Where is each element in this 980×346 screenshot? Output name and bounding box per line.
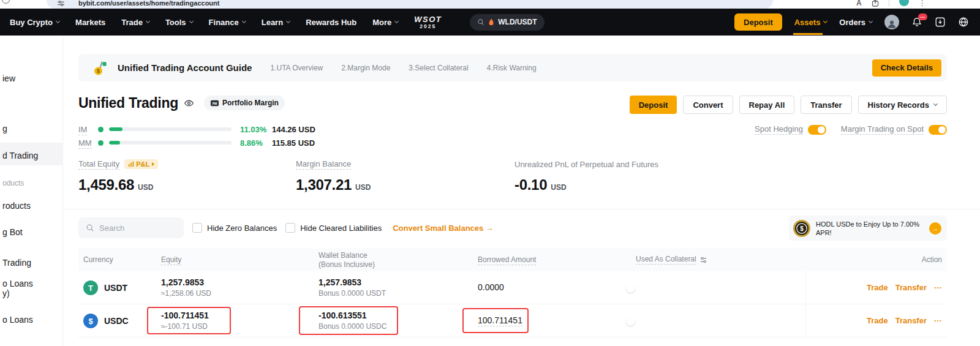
currency-symbol: USDC [104, 316, 129, 326]
nav-item-label: Markets [75, 18, 105, 27]
col-equity[interactable]: Equity [161, 248, 181, 271]
nav-item-learn[interactable]: Learn [262, 18, 290, 27]
deposit-button[interactable]: Deposit [630, 96, 677, 114]
browser-menu-icon[interactable]: ⋮ [919, 0, 927, 7]
hide-zero-checkbox[interactable] [192, 223, 202, 233]
browser-url[interactable]: bybit.com/user/assets/home/tradingaccoun… [78, 0, 219, 7]
hide-cleared-checkbox[interactable] [285, 223, 295, 233]
account-stats: Total Equity P&L 1,459.68 USD Margin Bal… [78, 158, 947, 196]
sidebar-item-funding[interactable]: g [2, 124, 7, 134]
transfer-link[interactable]: Transfer [895, 316, 927, 325]
sidebar-item-crypto-loans-legacy[interactable]: o Loans [2, 279, 33, 288]
nav-item-more[interactable]: More [372, 18, 398, 27]
col-used-as-collateral[interactable]: Used As Collateral [636, 248, 707, 271]
hide-zero-balances-option[interactable]: Hide Zero Balances [192, 223, 277, 233]
sidebar-item-unified-trading[interactable]: d Trading [2, 151, 38, 160]
browser-profile-avatar[interactable] [899, 0, 909, 6]
repay-all-button[interactable]: Repay All [739, 96, 795, 114]
col-action: Action [922, 248, 942, 271]
trade-link[interactable]: Trade [867, 283, 888, 292]
section-divider [63, 209, 980, 209]
im-label[interactable]: IM [78, 125, 87, 135]
globe-language-icon[interactable] [958, 17, 969, 28]
convert-small-balances-link[interactable]: Convert Small Balances → [393, 224, 494, 233]
pm-icon: PM [210, 99, 219, 108]
equity-cell: -100.711451 ≈-100.71 USD [161, 310, 209, 331]
wallet-bonus: Bonus 0.0000 USDT [318, 289, 386, 298]
sidebar-item-copy-trading[interactable]: Trading [2, 258, 31, 268]
more-actions-icon[interactable]: ··· [934, 316, 942, 325]
portfolio-margin-badge[interactable]: PM Portfolio Margin [204, 96, 285, 110]
screen: bybit.com/user/assets/home/tradingaccoun… [0, 0, 980, 346]
mm-progress-bar [109, 141, 232, 145]
nav-item-trade[interactable]: Trade [121, 18, 149, 27]
nav-item-assets[interactable]: Assets [794, 18, 827, 27]
guide-step-3[interactable]: 3.Select Collateral [409, 64, 468, 72]
hide-cleared-liabilities-option[interactable]: Hide Cleared Liabilities [285, 223, 382, 233]
total-equity-value: 1,459.68 [78, 176, 134, 194]
guide-step-1[interactable]: 1.UTA Overview [270, 64, 323, 72]
margin-balance-stat: Margin Balance 1,307.21 USD [296, 158, 371, 194]
nav-deposit-button[interactable]: Deposit [734, 13, 782, 31]
hide-cleared-label: Hide Cleared Liabilities [300, 224, 382, 233]
sidebar-item-crypto-loans-legacy-2[interactable]: y) [2, 288, 10, 298]
usdc-icon: $ [83, 314, 98, 328]
browser-reload-icon[interactable] [2, 0, 10, 4]
user-avatar[interactable] [884, 15, 899, 29]
browser-address-bar[interactable]: bybit.com/user/assets/home/tradingaccoun… [47, 0, 773, 9]
usde-promo-banner[interactable]: $ HODL USDe to Enjoy Up to 7.00% APR! → [789, 216, 947, 241]
nav-item-label: Orders [839, 18, 865, 27]
unrealized-pnl-stat: Unrealized PnL of Perpetual and Futures … [514, 158, 658, 194]
currency-cell[interactable]: $ USDC [83, 314, 129, 328]
nav-item-orders[interactable]: Orders [839, 18, 872, 27]
spot-hedging-toggle[interactable] [808, 125, 826, 135]
currency-cell[interactable]: T USDT [83, 280, 127, 295]
download-app-icon[interactable] [935, 17, 946, 28]
guide-illustration-icon: $ [92, 59, 109, 77]
person-icon [886, 18, 897, 29]
sidebar-section-products: oducts [2, 179, 24, 187]
borrowed-amount-cell: 0.0000 [478, 282, 504, 292]
sidebar-item-earn-products[interactable]: roducts [2, 201, 31, 211]
nav-item-markets[interactable]: Markets [75, 18, 105, 27]
browser-bar: bybit.com/user/assets/home/tradingaccoun… [0, 0, 980, 9]
trade-link[interactable]: Trade [867, 316, 888, 325]
eye-visibility-icon[interactable] [184, 98, 194, 108]
transfer-button[interactable]: Transfer [801, 96, 851, 114]
promo-arrow-button[interactable]: → [929, 222, 941, 235]
notifications-button[interactable]: ••• [911, 17, 922, 28]
check-details-button[interactable]: Check Details [872, 59, 941, 77]
nav-search[interactable]: WLD/USDT [470, 14, 544, 31]
col-borrowed-amount[interactable]: Borrowed Amount [478, 248, 536, 271]
history-records-dropdown[interactable]: History Records [858, 96, 947, 114]
currency-symbol: USDT [104, 283, 127, 293]
sidebar-item-crypto-loans[interactable]: o Loans [2, 315, 33, 325]
col-currency: Currency [83, 248, 113, 271]
asset-search-box[interactable] [78, 217, 184, 238]
browser-share-icon[interactable] [872, 0, 879, 7]
sidebar-item-overview[interactable]: iew [2, 73, 15, 83]
nav-item-buy-crypto[interactable]: Buy Crypto [10, 18, 59, 27]
browser-separator [889, 0, 889, 7]
browser-translate-icon[interactable]: A [856, 0, 862, 7]
convert-button[interactable]: Convert [683, 96, 733, 114]
nav-item-rewards-hub[interactable]: Rewards Hub [306, 18, 356, 27]
site-info-icon[interactable] [57, 0, 65, 7]
total-equity-stat: Total Equity P&L 1,459.68 USD [78, 158, 158, 194]
guide-step-4[interactable]: 4.Risk Warning [487, 64, 537, 72]
more-actions-icon[interactable]: ··· [934, 283, 942, 292]
pnl-badge[interactable]: P&L [124, 159, 158, 169]
asset-search-input[interactable] [99, 224, 167, 233]
chevron-down-icon [56, 19, 60, 23]
wsot-2025-logo[interactable]: WSOT 2025 [414, 15, 442, 29]
nav-item-tools[interactable]: Tools [165, 18, 193, 27]
margin-trading-toggle[interactable] [929, 125, 947, 135]
filter-icon[interactable] [699, 256, 707, 264]
pnl-chart-icon [128, 161, 134, 167]
mm-label[interactable]: MM [78, 138, 92, 149]
sidebar-item-trading-bot[interactable]: g Bot [2, 227, 23, 237]
guide-step-2[interactable]: 2.Margin Mode [341, 64, 390, 72]
nav-right: Deposit Assets Orders ••• [734, 13, 980, 31]
transfer-link[interactable]: Transfer [895, 283, 927, 292]
nav-item-finance[interactable]: Finance [209, 18, 246, 27]
